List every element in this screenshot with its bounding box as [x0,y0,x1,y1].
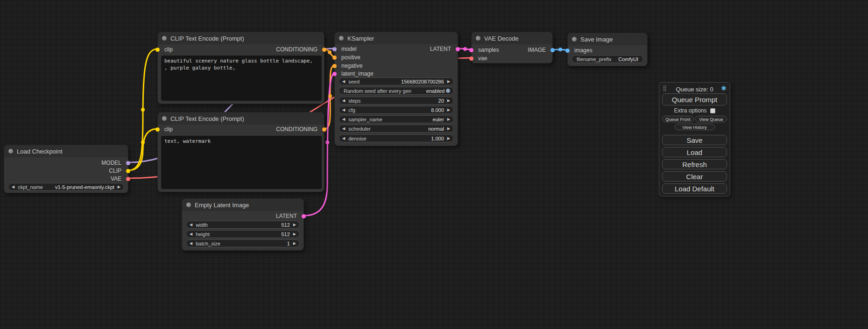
increment-arrow-icon[interactable]: ▶ [447,80,450,84]
decrement-arrow-icon[interactable]: ◀ [342,137,345,140]
load-button[interactable]: Load [662,147,727,157]
collapse-dot-icon[interactable] [186,203,191,207]
view-queue-button[interactable]: View Queue [695,116,727,122]
extra-options-checkbox[interactable] [710,108,715,113]
node-titlebar[interactable]: VAE Decode [472,32,552,44]
collapse-dot-icon[interactable] [8,149,13,154]
latent-slot-dot[interactable] [456,47,460,51]
node-titlebar[interactable]: Load Checkpoint [4,145,128,157]
vae-slot-dot[interactable] [126,177,130,181]
latent-slot-dot[interactable] [302,214,306,218]
node-titlebar[interactable]: Empty Latent Image [182,199,303,211]
image-slot-dot[interactable] [565,49,570,53]
comfy-menu-panel[interactable]: ⣿ Queue size: 0 ✱ Queue Prompt Extra opt… [659,82,730,196]
node-title: Save Image [580,36,613,43]
increment-arrow-icon[interactable]: ▶ [293,242,296,245]
input-slot-clip: clip [158,46,173,53]
node-vae-decode[interactable]: VAE Decode samples vae IMAGE [471,32,553,63]
node-title: CLIP Text Encode (Prompt) [170,35,244,42]
queue-size-label: Queue size: 0 [659,86,730,93]
increment-arrow-icon[interactable]: ▶ [447,99,450,103]
vae-slot-dot[interactable] [469,56,473,61]
decrement-arrow-icon[interactable]: ◀ [342,118,345,121]
input-slot-latent-image: latent_image [335,70,374,77]
load-default-button[interactable]: Load Default [662,183,727,194]
extra-options-row: Extra options [659,107,730,114]
output-slot-conditioning: CONDITIONING [276,126,324,133]
conditioning-slot-dot[interactable] [322,127,326,132]
decrement-arrow-icon[interactable]: ◀ [190,232,192,236]
settings-gear-icon[interactable]: ✱ [721,84,727,92]
input-slot-negative: negative [335,62,362,70]
clip-slot-dot[interactable] [126,169,130,173]
node-clip-text-encode-positive[interactable]: CLIP Text Encode (Prompt) clip CONDITION… [157,32,325,104]
queue-prompt-button[interactable]: Queue Prompt [662,93,727,105]
decrement-arrow-icon[interactable]: ◀ [342,99,345,103]
increment-arrow-icon[interactable]: ▶ [447,137,450,140]
output-slot-latent: LATENT [276,212,303,220]
increment-arrow-icon[interactable]: ▶ [447,127,450,131]
widget-denoise[interactable]: ◀ denoise 1.000 ▶ [339,134,454,142]
widget-scheduler[interactable]: ◀ scheduler normal ▶ [339,125,454,133]
latent-slot-dot[interactable] [332,72,337,76]
widget-cfg[interactable]: ◀ cfg 8.000 ▶ [339,106,454,114]
decrement-arrow-icon[interactable]: ◀ [190,223,192,227]
decrement-arrow-icon[interactable]: ◀ [342,127,345,131]
increment-arrow-icon[interactable]: ▶ [447,118,450,121]
widget-ckpt-name[interactable]: ◀ ckpt_name v1-5-pruned-emaonly.ckpt ▶ [8,183,124,191]
increment-arrow-icon[interactable]: ▶ [293,223,296,227]
extra-options-label: Extra options [674,107,706,114]
conditioning-slot-dot[interactable] [332,64,337,68]
node-empty-latent-image[interactable]: Empty Latent Image LATENT ◀ width 512 ▶ … [182,198,304,251]
toggle-dot-icon[interactable] [446,89,450,93]
input-slot-clip: clip [158,126,173,133]
collapse-dot-icon[interactable] [572,37,577,42]
node-titlebar[interactable]: CLIP Text Encode (Prompt) [158,32,324,44]
model-slot-dot[interactable] [332,47,337,51]
node-save-image[interactable]: Save Image images filename_prefix ComfyU… [567,33,648,66]
widget-batch-size[interactable]: ◀ batch_size 1 ▶ [186,239,300,247]
node-clip-text-encode-negative[interactable]: CLIP Text Encode (Prompt) clip CONDITION… [157,112,325,192]
queue-front-button[interactable]: Queue Front [662,116,694,122]
widget-height[interactable]: ◀ height 512 ▶ [186,230,300,238]
image-slot-dot[interactable] [550,48,555,52]
save-button[interactable]: Save [662,135,727,145]
widget-width[interactable]: ◀ width 512 ▶ [186,221,300,229]
collapse-dot-icon[interactable] [162,36,167,41]
collapse-dot-icon[interactable] [476,36,480,41]
node-graph-canvas[interactable]: Load Checkpoint MODEL CLIP VAE ◀ ckpt_na… [0,0,868,329]
node-load-checkpoint[interactable]: Load Checkpoint MODEL CLIP VAE ◀ ckpt_na… [4,145,128,193]
refresh-button[interactable]: Refresh [662,159,727,169]
node-titlebar[interactable]: Save Image [568,33,647,45]
increment-arrow-icon[interactable]: ▶ [118,185,120,189]
decrement-arrow-icon[interactable]: ◀ [342,108,345,112]
increment-arrow-icon[interactable]: ▶ [293,232,296,236]
model-slot-dot[interactable] [126,161,130,165]
clip-slot-dot[interactable] [155,48,160,52]
output-slot-clip: CLIP [109,167,128,175]
node-ksampler[interactable]: KSampler model positive negative latent_… [334,32,458,146]
node-titlebar[interactable]: CLIP Text Encode (Prompt) [158,112,324,125]
conditioning-slot-dot[interactable] [332,56,337,60]
output-slot-model: MODEL [101,159,128,167]
clip-slot-dot[interactable] [155,127,160,132]
collapse-dot-icon[interactable] [339,36,344,41]
latent-slot-dot[interactable] [469,48,473,52]
toggle-random-seed[interactable]: Random seed after every gen enabled [339,87,454,95]
decrement-arrow-icon[interactable]: ◀ [342,80,345,84]
view-history-button[interactable]: View History [675,124,715,130]
positive-prompt-textarea[interactable]: beautiful scenery nature glass bottle la… [161,56,322,101]
clear-button[interactable]: Clear [662,171,727,182]
collapse-dot-icon[interactable] [162,116,167,121]
widget-sampler-name[interactable]: ◀ sampler_name euler ▶ [339,115,454,123]
output-slot-vae: VAE [111,175,128,182]
decrement-arrow-icon[interactable]: ◀ [190,242,192,245]
conditioning-slot-dot[interactable] [322,48,326,52]
widget-steps[interactable]: ◀ steps 20 ▶ [339,97,454,105]
decrement-arrow-icon[interactable]: ◀ [12,185,14,189]
widget-seed[interactable]: ◀ seed 156680208700286 ▶ [339,77,454,85]
negative-prompt-textarea[interactable]: text, watermark [161,136,322,189]
node-titlebar[interactable]: KSampler [335,32,458,44]
increment-arrow-icon[interactable]: ▶ [447,108,450,112]
widget-filename-prefix[interactable]: filename_prefix ComfyUI [572,55,643,63]
